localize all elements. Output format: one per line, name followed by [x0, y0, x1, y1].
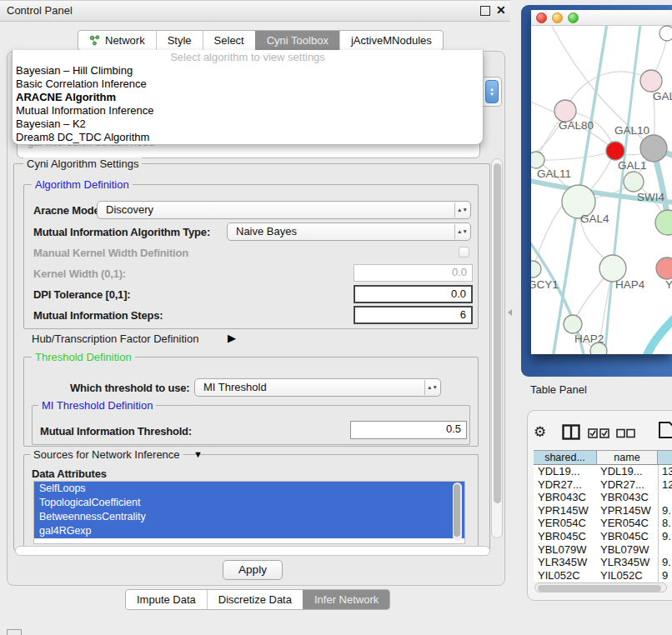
manual-kernel-width-label: Manual Kernel Width Definition: [33, 247, 188, 259]
gear-icon[interactable]: ⚙: [534, 423, 546, 441]
network-node-gal[interactable]: [640, 70, 662, 92]
table-row[interactable]: YBR043CYBR043C: [534, 491, 672, 504]
zoom-traffic-icon[interactable]: [568, 12, 579, 23]
network-node-gal11[interactable]: [531, 152, 544, 168]
network-node-y[interactable]: [656, 258, 672, 279]
network-node-gal10[interactable]: [640, 135, 667, 162]
tab-label: Infer Network: [314, 593, 379, 606]
tab-select[interactable]: Select: [203, 31, 255, 50]
node-label: Y: [665, 278, 672, 291]
splitter-collapse-icon[interactable]: [508, 309, 512, 316]
tab-discretize-data[interactable]: Discretize Data: [207, 590, 303, 609]
column-header-shared-name[interactable]: shared...: [534, 450, 597, 465]
scrollbar-thumb[interactable]: [538, 585, 661, 592]
expand-arrow-icon[interactable]: ▶: [228, 332, 236, 344]
aracne-mode-combo[interactable]: Discovery ▲▼: [97, 201, 471, 219]
table-row[interactable]: YBR045CYBR045C9.: [534, 530, 672, 543]
data-attribute-option[interactable]: SelfLoops: [34, 482, 464, 496]
combo-stepper-icon[interactable]: ▲▼: [485, 80, 499, 103]
table-cell: YBR043C: [597, 491, 658, 504]
table-row[interactable]: YPR145WYPR145W9.: [534, 504, 672, 518]
dpi-tolerance-label: DPI Tolerance [0,1]:: [33, 288, 130, 301]
table-row[interactable]: YBL079WYBL079W: [534, 543, 672, 557]
split-columns-icon[interactable]: [562, 424, 580, 440]
grip-icon[interactable]: [7, 629, 22, 635]
table-panel-title: Table Panel: [530, 383, 587, 396]
table-row[interactable]: YDL19...YDL19...13: [534, 465, 672, 478]
scrollbar-thumb[interactable]: [454, 484, 460, 537]
algorithm-option[interactable]: Basic Correlation Inference: [13, 78, 483, 91]
data-attribute-option[interactable]: BetweennessCentrality: [34, 510, 464, 524]
node-label: GAL: [653, 90, 672, 102]
algorithm-option[interactable]: Mutual Information Inference: [13, 104, 483, 118]
algorithm-option[interactable]: Bayesian – Hill Climbing: [13, 64, 483, 78]
network-canvas[interactable]: GALGAL80GAL10GAL1GAL11SWI4GAL4GCY1HAP4YH…: [531, 25, 672, 354]
settings-vertical-scrollbar[interactable]: [491, 158, 503, 538]
tab-impute-data[interactable]: Impute Data: [126, 590, 207, 609]
network-edge: [536, 151, 615, 160]
tab-style[interactable]: Style: [156, 31, 203, 50]
network-node[interactable]: [659, 26, 672, 41]
network-edge: [565, 72, 651, 111]
attributes-vertical-scrollbar[interactable]: [453, 482, 462, 541]
table-cell: YLR345W: [534, 556, 597, 569]
settings-horizontal-scrollbar[interactable]: [15, 546, 490, 556]
dpi-tolerance-input[interactable]: 0.0: [354, 285, 473, 303]
network-window-titlebar[interactable]: [531, 10, 672, 26]
settings-group-title: Cyni Algorithm Settings: [23, 158, 142, 170]
tab-jactivemnodules[interactable]: jActiveMNodules: [339, 31, 443, 50]
control-panel-titlebar: Control Panel ✕: [0, 0, 510, 22]
algorithm-option[interactable]: ARACNE Algorithm: [13, 91, 483, 104]
algorithm-definition-title: Algorithm Definition: [32, 178, 133, 191]
mi-type-combo[interactable]: Naive Bayes ▲▼: [227, 222, 471, 241]
network-node-gal1[interactable]: [624, 172, 644, 192]
tab-network[interactable]: Network: [78, 31, 156, 50]
network-node[interactable]: [590, 342, 607, 354]
network-node[interactable]: [606, 142, 624, 160]
unselect-all-columns-icon[interactable]: [616, 428, 636, 438]
network-window[interactable]: GALGAL80GAL10GAL1GAL11SWI4GAL4GCY1HAP4YH…: [531, 10, 672, 354]
table-cell: YBL079W: [597, 543, 658, 557]
data-attribute-option[interactable]: gal4RGexp: [34, 524, 464, 538]
select-all-columns-icon[interactable]: [588, 428, 610, 438]
table-cell: 13: [658, 465, 672, 478]
sources-title[interactable]: Sources for Network Inference: [30, 448, 183, 461]
algorithm-list: Bayesian – Hill ClimbingBasic Correlatio…: [13, 64, 483, 144]
data-attribute-option[interactable]: TopologicalCoefficient: [34, 496, 464, 510]
tab-infer-network[interactable]: Infer Network: [303, 590, 389, 609]
table-row[interactable]: YIL052CYIL052C9: [534, 569, 672, 582]
network-node-gcy1[interactable]: [531, 261, 541, 278]
kernel-width-input[interactable]: 0.0: [354, 264, 473, 282]
node-label: GAL11: [537, 168, 571, 180]
table-cell: [658, 491, 672, 504]
algorithm-option[interactable]: Bayesian – K2: [13, 118, 483, 131]
which-threshold-combo[interactable]: MI Threshold ▲▼: [194, 378, 441, 397]
table-cell: YPR145W: [534, 504, 597, 518]
column-header-partial[interactable]: [658, 450, 672, 465]
tab-cyni-toolbox[interactable]: Cyni Toolbox: [255, 31, 339, 50]
table-row[interactable]: YER054CYER054C8.: [534, 517, 672, 530]
table-cell: 8.: [658, 517, 672, 530]
new-column-icon[interactable]: [658, 421, 672, 439]
hub-tf-definition-label[interactable]: Hub/Transcription Factor Definition: [32, 332, 198, 345]
table-cell: YDR27...: [597, 478, 658, 492]
table-row[interactable]: YDR27...YDR27...12: [534, 478, 672, 492]
scrollbar-thumb[interactable]: [494, 163, 501, 503]
close-icon[interactable]: ✕: [496, 3, 506, 17]
algorithm-option[interactable]: Dream8 DC_TDC Algorithm: [13, 131, 483, 144]
data-attributes-list[interactable]: SelfLoopsTopologicalCoefficientBetweenne…: [33, 481, 465, 544]
mi-steps-input[interactable]: 6: [354, 306, 473, 324]
network-node-swi4[interactable]: [655, 210, 672, 235]
minimize-traffic-icon[interactable]: [552, 12, 563, 23]
mi-threshold-input[interactable]: 0.5: [350, 421, 467, 439]
node-label: GAL80: [559, 119, 594, 132]
float-icon[interactable]: [480, 6, 490, 16]
table-horizontal-scrollbar[interactable]: [534, 582, 667, 592]
apply-button[interactable]: Apply: [223, 560, 283, 580]
network-node-hap2[interactable]: [564, 315, 582, 333]
table-row[interactable]: YLR345WYLR345W9.: [534, 556, 672, 569]
manual-kernel-width-checkbox[interactable]: [459, 247, 469, 258]
collapse-arrow-icon[interactable]: ▼: [193, 449, 203, 459]
close-traffic-icon[interactable]: [536, 12, 547, 23]
column-header-name[interactable]: name: [597, 450, 658, 465]
